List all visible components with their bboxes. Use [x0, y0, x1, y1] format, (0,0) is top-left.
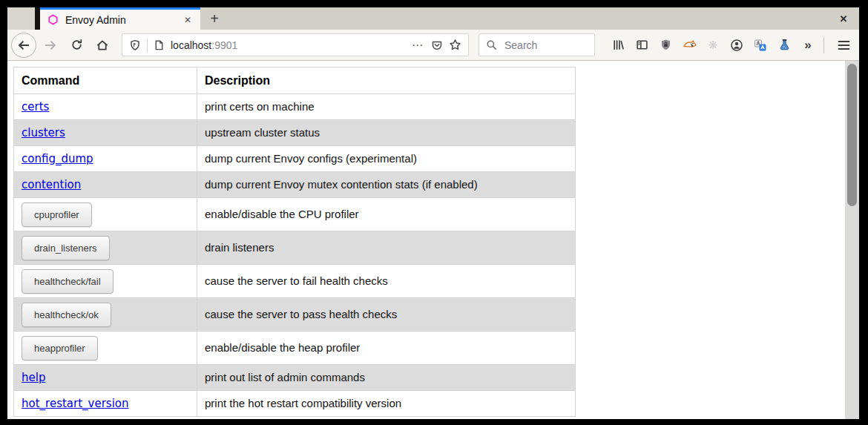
command-cell: cpuprofiler — [14, 198, 197, 231]
url-text[interactable]: localhost:9901 — [171, 39, 404, 51]
description-cell: drain listeners — [197, 231, 576, 265]
pocket-icon[interactable] — [431, 39, 443, 51]
vertical-scrollbar[interactable] — [845, 61, 859, 419]
search-icon — [486, 39, 497, 50]
sidebar-button[interactable] — [630, 33, 654, 57]
home-icon — [96, 39, 109, 52]
reload-button[interactable] — [65, 33, 88, 57]
command-button[interactable]: heapprofiler — [22, 336, 98, 360]
tab-close-icon[interactable]: ✕ — [181, 13, 194, 27]
description-text: print certs on machine — [205, 100, 315, 113]
command-link[interactable]: contention — [22, 178, 81, 191]
description-text: dump current Envoy mutex contention stat… — [205, 178, 478, 191]
description-text: print out list of admin commands — [205, 371, 365, 383]
search-box[interactable] — [479, 33, 595, 56]
command-cell: config_dump — [14, 146, 197, 172]
description-text: enable/disable the CPU profiler — [205, 208, 359, 220]
back-icon — [17, 39, 30, 52]
command-table-body: certsprint certs on machineclustersupstr… — [14, 94, 576, 417]
forward-button[interactable] — [39, 33, 62, 57]
description-cell: dump current Envoy configs (experimental… — [197, 146, 576, 172]
envoy-hexagon-icon — [47, 14, 59, 25]
command-link[interactable]: hot_restart_version — [22, 397, 129, 410]
command-button[interactable]: healthcheck/fail — [22, 269, 114, 294]
window-close-button[interactable]: ✕ — [828, 7, 859, 30]
flask-addon-button[interactable] — [772, 33, 796, 57]
url-bar[interactable]: localhost:9901 ⋯ — [122, 33, 469, 56]
description-cell: print out list of admin commands — [197, 365, 576, 391]
table-row: healthcheck/failcause the server to fail… — [14, 265, 576, 298]
translate-icon — [754, 39, 767, 52]
menu-icon — [838, 40, 850, 50]
description-text: dump current Envoy configs (experimental… — [205, 152, 417, 165]
command-button[interactable]: drain_listeners — [22, 236, 110, 260]
overflow-chevron-icon[interactable]: » — [796, 33, 820, 57]
back-button[interactable] — [11, 33, 36, 58]
command-button[interactable]: cpuprofiler — [22, 202, 92, 227]
table-row: clustersupstream cluster status — [14, 120, 576, 146]
scrollbar-thumb[interactable] — [847, 64, 857, 206]
command-cell: clusters — [14, 120, 197, 146]
menu-button[interactable] — [828, 33, 859, 57]
page-content: Command Description certsprint certs on … — [7, 61, 845, 419]
page-icon[interactable] — [154, 39, 165, 51]
disabled-addon-button[interactable]: ❋ — [701, 33, 725, 57]
shield-lock-addon-button[interactable] — [654, 33, 677, 57]
titlebar-spacer — [7, 7, 35, 30]
command-cell: help — [14, 365, 197, 391]
tab-envoy-admin[interactable]: Envoy Admin ✕ — [40, 7, 200, 30]
admin-command-table: Command Description certsprint certs on … — [13, 67, 576, 417]
command-cell: hot_restart_version — [14, 391, 197, 417]
toolbar-right-icons: ❋ — [606, 33, 859, 57]
table-row: heapprofilerenable/disable the heap prof… — [14, 332, 576, 365]
command-button[interactable]: healthcheck/ok — [22, 303, 111, 327]
description-text: upstream cluster status — [205, 126, 320, 139]
description-cell: enable/disable the CPU profiler — [197, 198, 576, 231]
tracking-shield-icon[interactable] — [129, 39, 141, 51]
tab-strip-divider — [35, 7, 40, 30]
tab-strip: Envoy Admin ✕ + ✕ — [7, 7, 859, 30]
new-tab-button[interactable]: + — [200, 7, 228, 30]
description-cell: cause the server to fail health checks — [197, 265, 576, 298]
command-link[interactable]: certs — [22, 100, 49, 113]
description-text: enable/disable the heap profiler — [205, 341, 360, 354]
table-row: contentiondump current Envoy mutex conte… — [14, 172, 576, 198]
flask-icon — [778, 39, 791, 51]
navigation-toolbar: localhost:9901 ⋯ — [7, 30, 859, 61]
account-button[interactable] — [725, 33, 749, 57]
command-cell: certs — [14, 94, 197, 120]
description-text: cause the server to fail health checks — [205, 274, 388, 287]
url-port: :9901 — [211, 39, 237, 51]
description-text: drain listeners — [205, 241, 274, 254]
description-cell: print the hot restart compatibility vers… — [197, 391, 576, 417]
command-cell: healthcheck/fail — [14, 265, 197, 298]
toolbar-separator — [823, 37, 824, 53]
table-row: healthcheck/okcause the server to pass h… — [14, 298, 576, 332]
page-actions-icon[interactable]: ⋯ — [410, 39, 425, 52]
home-button[interactable] — [91, 33, 114, 57]
table-row: hot_restart_versionprint the hot restart… — [14, 391, 576, 417]
container-addon-button[interactable] — [677, 33, 701, 57]
description-cell: dump current Envoy mutex contention stat… — [197, 172, 576, 198]
table-row: helpprint out list of admin commands — [14, 365, 576, 391]
tab-title: Envoy Admin — [65, 14, 174, 26]
command-link[interactable]: help — [22, 371, 45, 384]
command-cell: healthcheck/ok — [14, 298, 197, 332]
search-input[interactable] — [503, 39, 588, 52]
bookmark-star-icon[interactable] — [449, 39, 461, 51]
description-column-header: Description — [197, 67, 576, 94]
account-icon — [730, 39, 743, 52]
description-cell: upstream cluster status — [197, 120, 576, 146]
table-row: certsprint certs on machine — [14, 94, 576, 120]
sidebar-icon — [636, 39, 648, 51]
container-fox-icon — [683, 39, 697, 51]
command-cell: drain_listeners — [14, 231, 197, 265]
command-link[interactable]: config_dump — [22, 152, 93, 165]
table-row: drain_listenersdrain listeners — [14, 231, 576, 265]
command-cell: heapprofiler — [14, 332, 197, 365]
command-link[interactable]: clusters — [22, 126, 65, 139]
description-text: cause the server to pass health checks — [205, 308, 397, 320]
translate-addon-button[interactable] — [749, 33, 772, 57]
forward-icon — [44, 39, 57, 52]
library-button[interactable] — [606, 33, 630, 57]
